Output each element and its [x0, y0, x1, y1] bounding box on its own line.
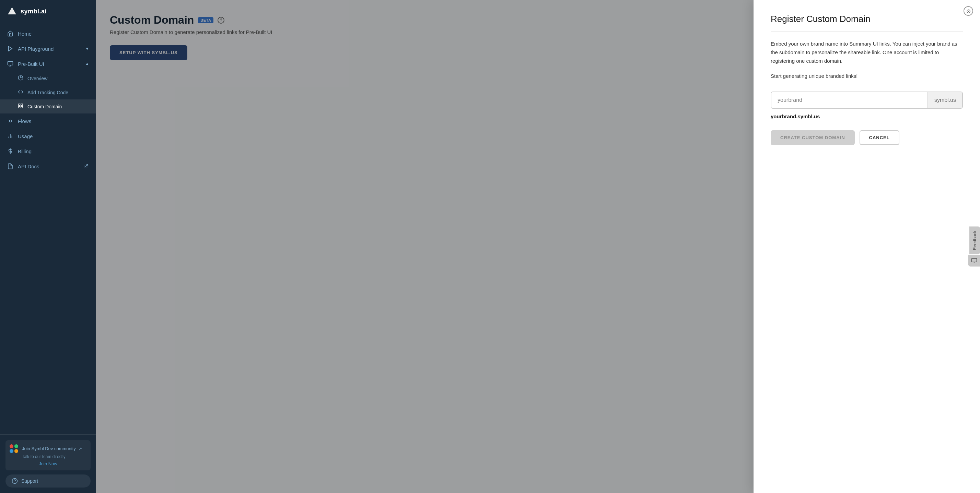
chevron-down-icon-2: ▲ — [85, 61, 89, 66]
create-custom-domain-button[interactable]: CREATE CUSTOM DOMAIN — [771, 130, 855, 145]
pie-chart-icon — [18, 75, 23, 82]
community-subtitle: Talk to our team directly — [22, 454, 86, 459]
sidebar-pre-built-ui-label: Pre-Built UI — [18, 61, 81, 67]
modal-actions: CREATE CUSTOM DOMAIN CANCEL — [771, 130, 963, 145]
feedback-icon-box[interactable] — [968, 255, 980, 267]
external-link-icon — [82, 163, 89, 170]
sidebar-usage-label: Usage — [18, 133, 89, 139]
support-button[interactable]: Support — [5, 474, 91, 488]
domain-suffix: symbl.us — [928, 92, 962, 108]
external-community-icon: ↗ — [79, 446, 82, 451]
svg-rect-5 — [19, 104, 20, 106]
community-card[interactable]: Join Symbl Dev community ↗ Talk to our t… — [5, 440, 91, 470]
sidebar-item-billing[interactable]: Billing — [0, 144, 96, 159]
sidebar-item-home[interactable]: Home — [0, 26, 96, 41]
sidebar-flows-label: Flows — [18, 118, 89, 124]
modal-cta: Start generating unique branded links! — [771, 72, 963, 81]
sidebar: symbl.ai Home API Playground ▼ Pre-Built… — [0, 0, 96, 493]
feedback-tab[interactable]: Feedback — [969, 226, 980, 254]
sidebar-item-flows[interactable]: Flows — [0, 114, 96, 128]
symbl-logo-icon — [7, 6, 17, 16]
sidebar-item-custom-domain[interactable]: Custom Domain — [0, 100, 96, 114]
feedback-label: Feedback — [972, 230, 977, 250]
domain-preview: yourbrand.symbl.us — [771, 114, 963, 119]
sidebar-item-usage[interactable]: Usage — [0, 128, 96, 144]
cancel-button[interactable]: CANCEL — [859, 130, 899, 145]
chevron-down-icon: ▼ — [85, 46, 89, 51]
feedback-icon — [971, 258, 977, 264]
community-title: Join Symbl Dev community — [22, 446, 76, 451]
sidebar-logo[interactable]: symbl.ai — [0, 0, 96, 23]
sidebar-custom-domain-label: Custom Domain — [27, 104, 62, 109]
feedback-wrapper: Feedback — [968, 226, 980, 266]
grid-icon — [18, 103, 23, 110]
monitor-icon — [7, 60, 14, 67]
community-logo — [10, 444, 19, 453]
sidebar-bottom: Join Symbl Dev community ↗ Talk to our t… — [0, 434, 96, 493]
file-icon — [7, 163, 14, 170]
community-join-link[interactable]: Join Now — [10, 461, 86, 466]
community-header: Join Symbl Dev community ↗ — [10, 444, 86, 453]
sidebar-tracking-label: Add Tracking Code — [27, 90, 68, 95]
svg-rect-7 — [19, 106, 20, 108]
dollar-icon — [7, 148, 14, 155]
dot-yellow — [14, 449, 18, 453]
dot-blue — [10, 449, 13, 453]
svg-rect-6 — [21, 104, 23, 106]
svg-line-13 — [86, 165, 88, 166]
svg-marker-1 — [9, 46, 12, 51]
modal-close-button[interactable]: ⊗ — [964, 6, 973, 16]
sidebar-item-overview[interactable]: Overview — [0, 71, 96, 86]
sidebar-item-pre-built-ui[interactable]: Pre-Built UI ▲ — [0, 56, 96, 71]
modal-title: Register Custom Domain — [771, 14, 963, 32]
sidebar-api-docs-label: API Docs — [18, 163, 78, 170]
modal-panel: ⊗ Register Custom Domain Embed your own … — [754, 0, 980, 493]
dot-green — [14, 444, 18, 448]
play-icon — [7, 45, 14, 52]
brand-input[interactable] — [772, 92, 928, 108]
dot-red — [10, 444, 13, 448]
svg-rect-16 — [972, 258, 977, 262]
sidebar-item-api-docs[interactable]: API Docs — [0, 159, 96, 174]
support-icon — [12, 478, 18, 484]
sidebar-billing-label: Billing — [18, 149, 89, 154]
sidebar-overview-label: Overview — [27, 76, 47, 81]
domain-input-row: symbl.us — [771, 92, 963, 109]
bar-chart-icon — [7, 133, 14, 139]
flows-icon — [7, 117, 14, 124]
svg-rect-2 — [8, 61, 13, 65]
svg-rect-8 — [21, 106, 23, 108]
home-icon — [7, 30, 14, 37]
modal-content: Register Custom Domain Embed your own br… — [754, 0, 980, 159]
app-name: symbl.ai — [21, 8, 47, 15]
sidebar-api-playground-label: API Playground — [18, 46, 81, 52]
code-icon — [18, 89, 23, 96]
sidebar-item-add-tracking-code[interactable]: Add Tracking Code — [0, 86, 96, 100]
sidebar-home-label: Home — [18, 31, 89, 37]
svg-marker-0 — [8, 7, 16, 14]
sidebar-nav: Home API Playground ▼ Pre-Built UI ▲ Ove… — [0, 23, 96, 434]
modal-description: Embed your own brand name into Summary U… — [771, 40, 963, 65]
sidebar-item-api-playground[interactable]: API Playground ▼ — [0, 41, 96, 56]
support-label: Support — [21, 478, 38, 484]
